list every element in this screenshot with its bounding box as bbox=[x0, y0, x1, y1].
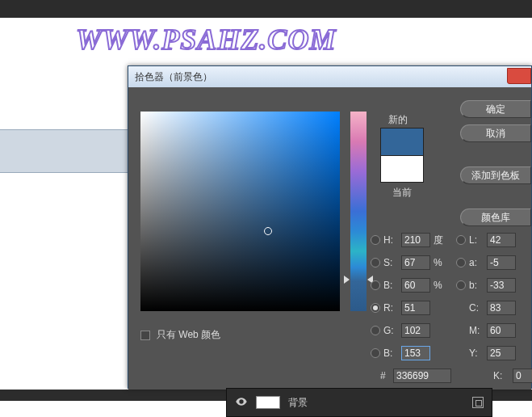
radio-l[interactable] bbox=[456, 235, 466, 245]
color-fields: H: 210 度 L: 42 S: 67 % a: -5 bbox=[371, 229, 531, 364]
ok-button[interactable]: 确定 bbox=[460, 100, 531, 118]
radio-g[interactable] bbox=[371, 326, 380, 335]
web-only-label: 只有 Web 颜色 bbox=[157, 328, 220, 342]
input-y[interactable]: 25 bbox=[487, 346, 516, 360]
hex-row: # 336699 K: 0 bbox=[380, 369, 532, 383]
label-a: a: bbox=[469, 257, 484, 268]
label-bv: B: bbox=[383, 280, 398, 291]
label-m: M: bbox=[469, 325, 484, 336]
label-s: S: bbox=[383, 257, 398, 268]
input-r[interactable]: 51 bbox=[401, 301, 430, 315]
unit-bv: % bbox=[434, 280, 446, 291]
radio-b[interactable] bbox=[456, 280, 466, 290]
layer-lock-icon[interactable] bbox=[472, 397, 484, 408]
label-k: K: bbox=[493, 370, 508, 381]
label-y: Y: bbox=[469, 348, 484, 359]
dialog-title: 拾色器（前景色） bbox=[135, 70, 212, 84]
label-g: G: bbox=[383, 325, 398, 336]
label-l: L: bbox=[469, 234, 484, 246]
radio-h[interactable] bbox=[371, 235, 380, 245]
color-preview: 新的 当前 bbox=[380, 128, 424, 200]
label-h: H: bbox=[383, 234, 398, 246]
app-top-bar bbox=[0, 0, 532, 18]
color-library-button[interactable]: 颜色库 bbox=[460, 208, 531, 226]
dialog-titlebar[interactable]: 拾色器（前景色） bbox=[128, 66, 531, 87]
input-s[interactable]: 67 bbox=[401, 255, 430, 270]
hue-arrow-left-icon bbox=[344, 276, 350, 284]
input-hex[interactable]: 336699 bbox=[393, 369, 451, 383]
preview-current-swatch[interactable] bbox=[380, 155, 424, 183]
input-bv[interactable]: 60 bbox=[401, 278, 430, 293]
label-b: b: bbox=[469, 280, 484, 291]
dialog-body: 新的 当前 确定 取消 添加到色板 颜色库 H: 210 度 L: 42 bbox=[128, 87, 531, 390]
radio-a[interactable] bbox=[456, 258, 466, 267]
input-m[interactable]: 60 bbox=[487, 323, 516, 338]
watermark-text: WWW.PSAHZ.COM bbox=[76, 23, 336, 57]
radio-bb[interactable] bbox=[371, 348, 380, 358]
preview-current-label: 当前 bbox=[380, 186, 424, 200]
input-h[interactable]: 210 bbox=[401, 233, 430, 247]
input-g[interactable]: 102 bbox=[401, 323, 430, 338]
preview-new-swatch bbox=[380, 128, 424, 155]
unit-s: % bbox=[434, 257, 446, 268]
input-bb[interactable]: 153 bbox=[401, 346, 430, 360]
hue-slider[interactable] bbox=[350, 112, 367, 311]
input-a[interactable]: -5 bbox=[487, 255, 516, 270]
radio-r[interactable] bbox=[371, 303, 380, 313]
web-only-row: 只有 Web 颜色 bbox=[140, 328, 220, 342]
saturation-value-field[interactable] bbox=[140, 112, 340, 311]
layer-thumbnail bbox=[256, 396, 280, 409]
sv-cursor-ring bbox=[264, 227, 272, 235]
preview-new-label: 新的 bbox=[388, 113, 408, 127]
radio-bv[interactable] bbox=[371, 280, 380, 290]
left-panel-strip bbox=[0, 129, 128, 173]
label-hex: # bbox=[380, 370, 388, 381]
add-swatch-button[interactable]: 添加到色板 bbox=[460, 166, 531, 184]
label-bb: B: bbox=[383, 348, 398, 359]
label-c: C: bbox=[469, 302, 484, 314]
dialog-buttons: 确定 取消 添加到色板 颜色库 bbox=[460, 100, 531, 226]
input-b[interactable]: -33 bbox=[487, 278, 516, 293]
label-r: R: bbox=[383, 302, 398, 314]
layer-name[interactable]: 背景 bbox=[288, 396, 308, 410]
input-k[interactable]: 0 bbox=[513, 369, 532, 383]
layers-panel-row[interactable]: 背景 bbox=[226, 388, 492, 417]
input-c[interactable]: 83 bbox=[487, 301, 516, 315]
web-only-checkbox[interactable] bbox=[140, 331, 150, 340]
visibility-eye-icon[interactable] bbox=[235, 395, 248, 411]
close-button[interactable] bbox=[507, 68, 531, 84]
radio-s[interactable] bbox=[371, 258, 380, 267]
input-l[interactable]: 42 bbox=[487, 233, 516, 247]
cancel-button[interactable]: 取消 bbox=[460, 124, 531, 142]
unit-h: 度 bbox=[434, 234, 446, 247]
color-picker-dialog: 拾色器（前景色） 新的 当前 确定 取消 添加到色板 颜色库 bbox=[128, 65, 532, 389]
